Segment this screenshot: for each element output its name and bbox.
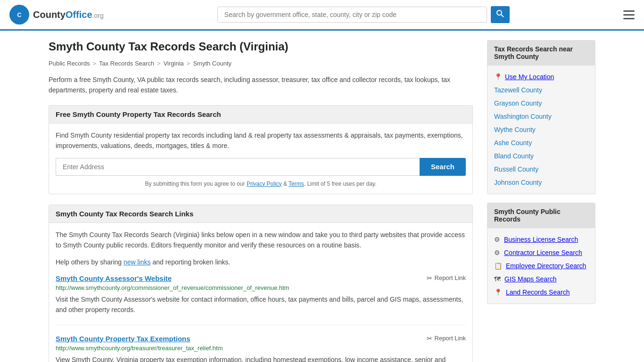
logo[interactable]: C CountyOffice.org xyxy=(9,5,104,25)
terms-link[interactable]: Terms xyxy=(289,181,304,187)
land-records-icon: 📍 xyxy=(494,288,502,296)
sidebar-item-contractor-license[interactable]: ⚙ Contractor License Search xyxy=(487,246,595,259)
location-icon: 📍 xyxy=(494,73,502,81)
page-title: Smyth County Tax Records Search (Virgini… xyxy=(49,40,473,53)
link-url-exemptions[interactable]: http://www.smythcounty.org/treasurer/tre… xyxy=(56,345,466,352)
business-license-link[interactable]: Business License Search xyxy=(504,236,578,243)
address-search-form: Search xyxy=(56,158,466,176)
sidebar-item-tazewell[interactable]: Tazewell County xyxy=(487,83,595,97)
business-license-icon: ⚙ xyxy=(494,236,500,243)
link-url-assessor[interactable]: http://www.smythcounty.org/commissioner_… xyxy=(56,284,466,291)
contractor-license-icon: ⚙ xyxy=(494,249,500,256)
site-header: C CountyOffice.org xyxy=(0,0,644,31)
nearby-section: Tax Records Search near Smyth County 📍 U… xyxy=(487,40,595,194)
privacy-policy-link[interactable]: Privacy Policy xyxy=(247,181,282,187)
nearby-section-header: Tax Records Search near Smyth County xyxy=(487,41,595,66)
free-search-header: Free Smyth County Property Tax Records S… xyxy=(49,106,472,123)
link-item: Smyth County Property Tax Exemptions ✂ R… xyxy=(56,335,466,362)
header-search-area xyxy=(217,6,510,23)
report-link-button-0[interactable]: ✂ Report Link xyxy=(427,274,466,282)
report-link-button-1[interactable]: ✂ Report Link xyxy=(427,335,466,342)
sidebar: Tax Records Search near Smyth County 📍 U… xyxy=(487,40,595,362)
gis-maps-link[interactable]: GIS Maps Search xyxy=(504,275,557,283)
link-title-exemptions[interactable]: Smyth County Property Tax Exemptions xyxy=(56,335,190,343)
form-disclaimer: By submitting this form you agree to our… xyxy=(56,181,466,187)
header-search-input[interactable] xyxy=(217,7,487,23)
search-button[interactable]: Search xyxy=(420,158,466,176)
link-title-assessor[interactable]: Smyth County Assessor's Website xyxy=(56,274,172,282)
sidebar-item-gis-maps[interactable]: 🗺 GIS Maps Search xyxy=(487,272,595,286)
breadcrumb-tax-records-search[interactable]: Tax Records Search xyxy=(99,60,154,67)
page-description: Perform a free Smyth County, VA public t… xyxy=(49,74,473,96)
new-links-anchor[interactable]: new links xyxy=(124,258,151,266)
svg-line-3 xyxy=(501,15,504,17)
address-input[interactable] xyxy=(56,158,420,176)
sidebar-item-johnson[interactable]: Johnson County xyxy=(487,176,595,189)
sidebar-item-employee-directory[interactable]: 📋 Employee Directory Search xyxy=(487,259,595,272)
link-desc-assessor: Visit the Smyth County Assessor's websit… xyxy=(56,294,466,315)
logo-text: CountyOffice.org xyxy=(33,9,104,20)
public-records-section: Smyth County Public Records ⚙ Business L… xyxy=(487,203,595,304)
sidebar-item-wythe[interactable]: Wythe County xyxy=(487,123,595,136)
breadcrumb-smyth-county: Smyth County xyxy=(193,60,231,67)
link-desc-exemptions: View Smyth County, Virginia property tax… xyxy=(56,354,466,362)
sidebar-item-bland[interactable]: Bland County xyxy=(487,149,595,163)
use-my-location-link[interactable]: Use My Location xyxy=(505,73,554,81)
hamburger-menu[interactable] xyxy=(623,10,635,19)
main-content: Smyth County Tax Records Search (Virgini… xyxy=(49,40,473,362)
sidebar-item-russell[interactable]: Russell County xyxy=(487,163,595,176)
new-links-line: Help others by sharing new links and rep… xyxy=(56,257,466,267)
employee-directory-icon: 📋 xyxy=(494,262,502,270)
free-search-description: Find Smyth County residential property t… xyxy=(56,130,466,151)
sidebar-item-ashe[interactable]: Ashe County xyxy=(487,136,595,149)
svg-text:C: C xyxy=(17,11,22,18)
land-records-link[interactable]: Land Records Search xyxy=(506,288,570,296)
links-description: The Smyth County Tax Records Search (Vir… xyxy=(56,230,466,251)
free-search-section: Free Smyth County Property Tax Records S… xyxy=(49,105,473,194)
use-my-location-button[interactable]: 📍 Use My Location xyxy=(487,70,595,83)
sidebar-item-washington[interactable]: Washington County xyxy=(487,110,595,123)
sidebar-item-land-records[interactable]: 📍 Land Records Search xyxy=(487,286,595,299)
svg-point-2 xyxy=(497,10,502,15)
gis-maps-icon: 🗺 xyxy=(494,275,501,283)
header-search-button[interactable] xyxy=(491,6,510,23)
sidebar-item-grayson[interactable]: Grayson County xyxy=(487,97,595,110)
logo-icon: C xyxy=(9,5,29,25)
public-records-header: Smyth County Public Records xyxy=(487,203,595,228)
breadcrumb-public-records[interactable]: Public Records xyxy=(49,60,90,67)
link-item: Smyth County Assessor's Website ✂ Report… xyxy=(56,274,466,325)
employee-directory-link[interactable]: Employee Directory Search xyxy=(506,262,586,270)
links-section: Smyth County Tax Records Search Links Th… xyxy=(49,205,473,362)
links-section-header: Smyth County Tax Records Search Links xyxy=(49,205,472,223)
sidebar-item-business-license[interactable]: ⚙ Business License Search xyxy=(487,233,595,246)
contractor-license-link[interactable]: Contractor License Search xyxy=(504,249,582,256)
breadcrumb-virginia[interactable]: Virginia xyxy=(164,60,184,67)
breadcrumb: Public Records > Tax Records Search > Vi… xyxy=(49,60,473,67)
